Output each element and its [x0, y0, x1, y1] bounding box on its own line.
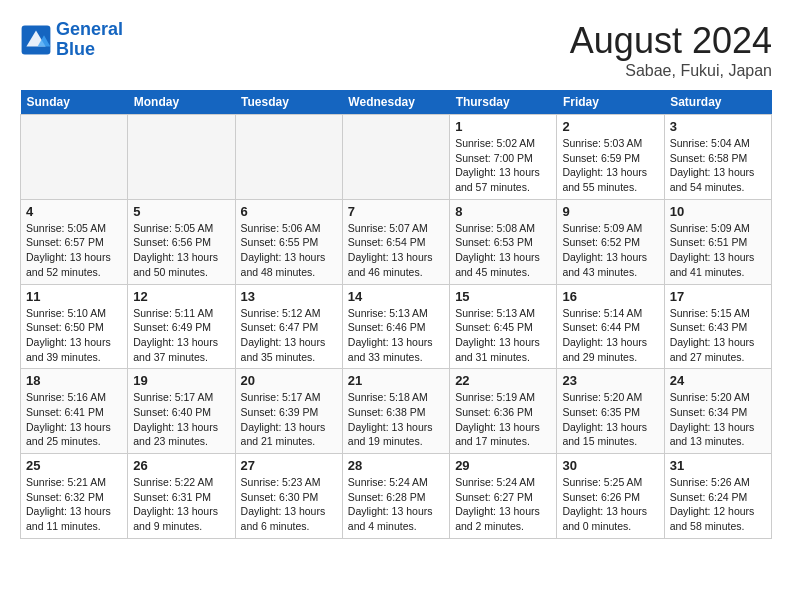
day-number: 7	[348, 204, 444, 219]
calendar-cell: 4Sunrise: 5:05 AMSunset: 6:57 PMDaylight…	[21, 199, 128, 284]
weekday-header: Thursday	[450, 90, 557, 115]
day-number: 1	[455, 119, 551, 134]
calendar-cell: 27Sunrise: 5:23 AMSunset: 6:30 PMDayligh…	[235, 454, 342, 539]
day-number: 24	[670, 373, 766, 388]
day-info: Sunrise: 5:13 AMSunset: 6:45 PMDaylight:…	[455, 306, 551, 365]
day-info: Sunrise: 5:17 AMSunset: 6:39 PMDaylight:…	[241, 390, 337, 449]
logo: General Blue	[20, 20, 123, 60]
calendar-cell: 25Sunrise: 5:21 AMSunset: 6:32 PMDayligh…	[21, 454, 128, 539]
day-number: 26	[133, 458, 229, 473]
day-number: 10	[670, 204, 766, 219]
calendar-cell: 12Sunrise: 5:11 AMSunset: 6:49 PMDayligh…	[128, 284, 235, 369]
weekday-header: Sunday	[21, 90, 128, 115]
day-info: Sunrise: 5:12 AMSunset: 6:47 PMDaylight:…	[241, 306, 337, 365]
day-number: 5	[133, 204, 229, 219]
logo-line1: General	[56, 19, 123, 39]
calendar-cell: 9Sunrise: 5:09 AMSunset: 6:52 PMDaylight…	[557, 199, 664, 284]
day-info: Sunrise: 5:04 AMSunset: 6:58 PMDaylight:…	[670, 136, 766, 195]
calendar-cell: 15Sunrise: 5:13 AMSunset: 6:45 PMDayligh…	[450, 284, 557, 369]
calendar-cell: 16Sunrise: 5:14 AMSunset: 6:44 PMDayligh…	[557, 284, 664, 369]
title-block: August 2024 Sabae, Fukui, Japan	[570, 20, 772, 80]
weekday-header: Saturday	[664, 90, 771, 115]
day-number: 12	[133, 289, 229, 304]
day-info: Sunrise: 5:05 AMSunset: 6:57 PMDaylight:…	[26, 221, 122, 280]
calendar-cell: 23Sunrise: 5:20 AMSunset: 6:35 PMDayligh…	[557, 369, 664, 454]
day-number: 22	[455, 373, 551, 388]
calendar-week-row: 18Sunrise: 5:16 AMSunset: 6:41 PMDayligh…	[21, 369, 772, 454]
day-info: Sunrise: 5:19 AMSunset: 6:36 PMDaylight:…	[455, 390, 551, 449]
day-number: 18	[26, 373, 122, 388]
day-info: Sunrise: 5:09 AMSunset: 6:52 PMDaylight:…	[562, 221, 658, 280]
weekday-header: Wednesday	[342, 90, 449, 115]
calendar-cell: 26Sunrise: 5:22 AMSunset: 6:31 PMDayligh…	[128, 454, 235, 539]
day-number: 19	[133, 373, 229, 388]
weekday-header: Monday	[128, 90, 235, 115]
day-number: 6	[241, 204, 337, 219]
day-number: 14	[348, 289, 444, 304]
calendar-cell: 6Sunrise: 5:06 AMSunset: 6:55 PMDaylight…	[235, 199, 342, 284]
calendar-cell: 29Sunrise: 5:24 AMSunset: 6:27 PMDayligh…	[450, 454, 557, 539]
calendar-cell: 1Sunrise: 5:02 AMSunset: 7:00 PMDaylight…	[450, 115, 557, 200]
calendar-cell: 28Sunrise: 5:24 AMSunset: 6:28 PMDayligh…	[342, 454, 449, 539]
calendar-week-row: 25Sunrise: 5:21 AMSunset: 6:32 PMDayligh…	[21, 454, 772, 539]
calendar-cell: 14Sunrise: 5:13 AMSunset: 6:46 PMDayligh…	[342, 284, 449, 369]
calendar-week-row: 4Sunrise: 5:05 AMSunset: 6:57 PMDaylight…	[21, 199, 772, 284]
day-number: 27	[241, 458, 337, 473]
calendar-cell: 22Sunrise: 5:19 AMSunset: 6:36 PMDayligh…	[450, 369, 557, 454]
calendar-cell: 30Sunrise: 5:25 AMSunset: 6:26 PMDayligh…	[557, 454, 664, 539]
calendar-cell: 2Sunrise: 5:03 AMSunset: 6:59 PMDaylight…	[557, 115, 664, 200]
calendar-cell: 18Sunrise: 5:16 AMSunset: 6:41 PMDayligh…	[21, 369, 128, 454]
day-number: 20	[241, 373, 337, 388]
calendar-table: SundayMondayTuesdayWednesdayThursdayFrid…	[20, 90, 772, 539]
day-number: 9	[562, 204, 658, 219]
day-info: Sunrise: 5:16 AMSunset: 6:41 PMDaylight:…	[26, 390, 122, 449]
day-info: Sunrise: 5:10 AMSunset: 6:50 PMDaylight:…	[26, 306, 122, 365]
weekday-header: Friday	[557, 90, 664, 115]
calendar-cell: 24Sunrise: 5:20 AMSunset: 6:34 PMDayligh…	[664, 369, 771, 454]
day-number: 23	[562, 373, 658, 388]
day-info: Sunrise: 5:06 AMSunset: 6:55 PMDaylight:…	[241, 221, 337, 280]
day-number: 28	[348, 458, 444, 473]
day-info: Sunrise: 5:21 AMSunset: 6:32 PMDaylight:…	[26, 475, 122, 534]
day-info: Sunrise: 5:24 AMSunset: 6:28 PMDaylight:…	[348, 475, 444, 534]
day-info: Sunrise: 5:14 AMSunset: 6:44 PMDaylight:…	[562, 306, 658, 365]
day-number: 17	[670, 289, 766, 304]
day-number: 4	[26, 204, 122, 219]
month-title: August 2024	[570, 20, 772, 62]
day-info: Sunrise: 5:13 AMSunset: 6:46 PMDaylight:…	[348, 306, 444, 365]
calendar-cell: 10Sunrise: 5:09 AMSunset: 6:51 PMDayligh…	[664, 199, 771, 284]
day-number: 30	[562, 458, 658, 473]
calendar-cell: 17Sunrise: 5:15 AMSunset: 6:43 PMDayligh…	[664, 284, 771, 369]
page-header: General Blue August 2024 Sabae, Fukui, J…	[20, 20, 772, 80]
day-number: 16	[562, 289, 658, 304]
day-number: 11	[26, 289, 122, 304]
calendar-week-row: 11Sunrise: 5:10 AMSunset: 6:50 PMDayligh…	[21, 284, 772, 369]
weekday-header: Tuesday	[235, 90, 342, 115]
day-number: 13	[241, 289, 337, 304]
calendar-cell	[128, 115, 235, 200]
calendar-cell: 7Sunrise: 5:07 AMSunset: 6:54 PMDaylight…	[342, 199, 449, 284]
day-number: 3	[670, 119, 766, 134]
day-info: Sunrise: 5:24 AMSunset: 6:27 PMDaylight:…	[455, 475, 551, 534]
calendar-cell: 11Sunrise: 5:10 AMSunset: 6:50 PMDayligh…	[21, 284, 128, 369]
logo-icon	[20, 24, 52, 56]
calendar-cell: 19Sunrise: 5:17 AMSunset: 6:40 PMDayligh…	[128, 369, 235, 454]
day-number: 29	[455, 458, 551, 473]
day-number: 8	[455, 204, 551, 219]
calendar-cell	[342, 115, 449, 200]
calendar-cell	[21, 115, 128, 200]
calendar-cell: 21Sunrise: 5:18 AMSunset: 6:38 PMDayligh…	[342, 369, 449, 454]
day-info: Sunrise: 5:11 AMSunset: 6:49 PMDaylight:…	[133, 306, 229, 365]
day-number: 25	[26, 458, 122, 473]
day-info: Sunrise: 5:09 AMSunset: 6:51 PMDaylight:…	[670, 221, 766, 280]
location: Sabae, Fukui, Japan	[570, 62, 772, 80]
day-info: Sunrise: 5:22 AMSunset: 6:31 PMDaylight:…	[133, 475, 229, 534]
calendar-cell: 5Sunrise: 5:05 AMSunset: 6:56 PMDaylight…	[128, 199, 235, 284]
day-info: Sunrise: 5:08 AMSunset: 6:53 PMDaylight:…	[455, 221, 551, 280]
day-info: Sunrise: 5:26 AMSunset: 6:24 PMDaylight:…	[670, 475, 766, 534]
calendar-cell: 8Sunrise: 5:08 AMSunset: 6:53 PMDaylight…	[450, 199, 557, 284]
calendar-cell	[235, 115, 342, 200]
day-info: Sunrise: 5:23 AMSunset: 6:30 PMDaylight:…	[241, 475, 337, 534]
weekday-header-row: SundayMondayTuesdayWednesdayThursdayFrid…	[21, 90, 772, 115]
calendar-cell: 31Sunrise: 5:26 AMSunset: 6:24 PMDayligh…	[664, 454, 771, 539]
